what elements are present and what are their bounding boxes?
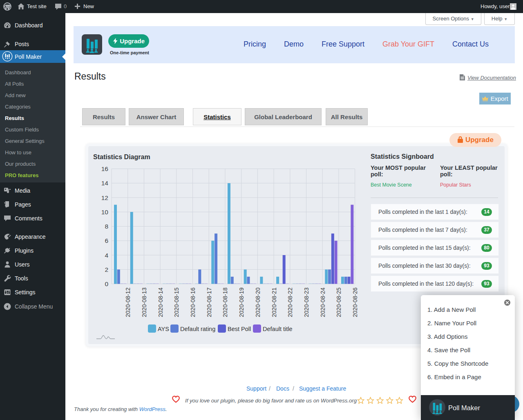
svg-text:AYS: AYS bbox=[158, 326, 169, 332]
svg-text:12: 12 bbox=[101, 194, 108, 201]
svg-text:14: 14 bbox=[101, 180, 109, 187]
svg-text:2020-08-13: 2020-08-13 bbox=[141, 287, 148, 317]
svg-text:Best Poll: Best Poll bbox=[228, 326, 251, 332]
svg-text:2020-08-23: 2020-08-23 bbox=[303, 287, 310, 317]
svg-text:2020-08-21: 2020-08-21 bbox=[271, 287, 277, 317]
svg-text:2020-08-12: 2020-08-12 bbox=[125, 287, 131, 317]
svg-text:Default title: Default title bbox=[263, 326, 293, 332]
svg-text:8: 8 bbox=[105, 223, 108, 230]
svg-text:2020-08-25: 2020-08-25 bbox=[335, 287, 342, 317]
svg-text:2020-08-18: 2020-08-18 bbox=[222, 287, 228, 317]
svg-text:0: 0 bbox=[105, 280, 108, 287]
svg-text:2020-08-24: 2020-08-24 bbox=[320, 287, 326, 317]
svg-text:2: 2 bbox=[105, 266, 108, 273]
svg-text:2020-08-20: 2020-08-20 bbox=[255, 287, 261, 317]
svg-text:2020-08-14: 2020-08-14 bbox=[157, 287, 164, 317]
svg-text:2020-08-17: 2020-08-17 bbox=[206, 287, 212, 317]
svg-text:2020-08-22: 2020-08-22 bbox=[287, 287, 293, 317]
svg-text:2020-08-26: 2020-08-26 bbox=[352, 287, 358, 317]
svg-text:2020-08-15: 2020-08-15 bbox=[173, 287, 180, 317]
svg-text:16: 16 bbox=[101, 165, 108, 172]
svg-text:Default rating: Default rating bbox=[180, 326, 215, 332]
svg-text:10: 10 bbox=[101, 209, 109, 216]
svg-text:2020-08-19: 2020-08-19 bbox=[238, 287, 245, 317]
svg-text:4: 4 bbox=[105, 252, 108, 259]
svg-text:6: 6 bbox=[105, 237, 108, 244]
svg-text:2020-08-16: 2020-08-16 bbox=[190, 287, 196, 317]
